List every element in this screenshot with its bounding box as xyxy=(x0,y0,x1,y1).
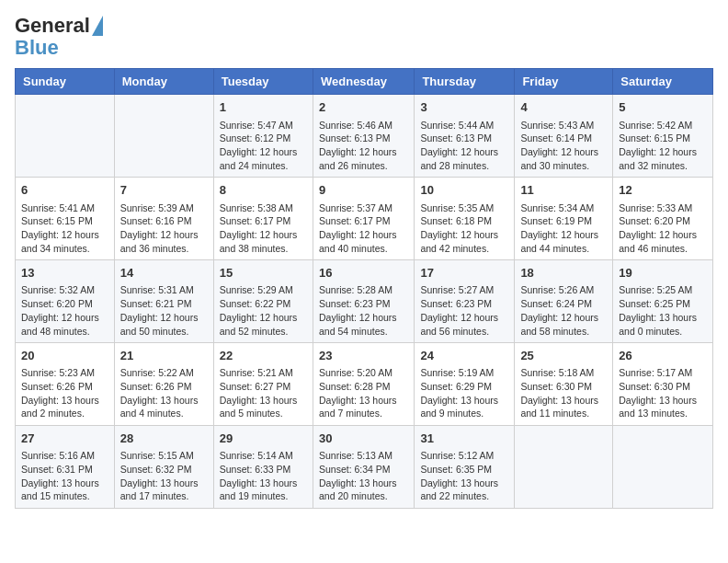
day-number: 7 xyxy=(120,182,208,199)
day-number: 10 xyxy=(420,182,508,199)
day-info: Sunrise: 5:29 AM Sunset: 6:22 PM Dayligh… xyxy=(220,283,307,338)
day-header-friday: Friday xyxy=(515,69,613,95)
day-info: Sunrise: 5:17 AM Sunset: 6:30 PM Dayligh… xyxy=(619,366,707,420)
day-info: Sunrise: 5:39 AM Sunset: 6:16 PM Dayligh… xyxy=(120,201,208,256)
calendar-cell: 24Sunrise: 5:19 AM Sunset: 6:29 PM Dayli… xyxy=(415,343,515,426)
day-number: 15 xyxy=(220,265,307,282)
day-number: 1 xyxy=(220,99,307,116)
day-info: Sunrise: 5:15 AM Sunset: 6:32 PM Dayligh… xyxy=(120,449,208,503)
day-info: Sunrise: 5:37 AM Sunset: 6:17 PM Dayligh… xyxy=(319,201,408,256)
day-number: 29 xyxy=(220,431,307,447)
day-info: Sunrise: 5:26 AM Sunset: 6:24 PM Dayligh… xyxy=(520,283,607,338)
day-info: Sunrise: 5:27 AM Sunset: 6:23 PM Dayligh… xyxy=(420,283,508,338)
logo-general: General xyxy=(15,15,90,37)
day-info: Sunrise: 5:34 AM Sunset: 6:19 PM Dayligh… xyxy=(520,201,607,256)
day-number: 23 xyxy=(319,348,408,364)
calendar-cell: 8Sunrise: 5:38 AM Sunset: 6:17 PM Daylig… xyxy=(213,178,313,260)
calendar-cell: 10Sunrise: 5:35 AM Sunset: 6:18 PM Dayli… xyxy=(415,178,515,260)
day-info: Sunrise: 5:21 AM Sunset: 6:27 PM Dayligh… xyxy=(220,366,307,420)
week-row-3: 13Sunrise: 5:32 AM Sunset: 6:20 PM Dayli… xyxy=(16,260,713,343)
day-number: 18 xyxy=(520,265,607,282)
day-number: 8 xyxy=(220,182,307,199)
day-number: 21 xyxy=(120,348,208,364)
day-header-thursday: Thursday xyxy=(415,69,515,95)
calendar-cell: 25Sunrise: 5:18 AM Sunset: 6:30 PM Dayli… xyxy=(515,343,613,426)
calendar-cell: 1Sunrise: 5:47 AM Sunset: 6:12 PM Daylig… xyxy=(213,95,313,178)
calendar-cell xyxy=(16,95,115,178)
day-info: Sunrise: 5:13 AM Sunset: 6:34 PM Dayligh… xyxy=(319,449,408,503)
page-header: General Blue xyxy=(15,15,713,59)
day-info: Sunrise: 5:25 AM Sunset: 6:25 PM Dayligh… xyxy=(619,283,707,338)
day-info: Sunrise: 5:20 AM Sunset: 6:28 PM Dayligh… xyxy=(319,366,408,420)
calendar-cell: 3Sunrise: 5:44 AM Sunset: 6:13 PM Daylig… xyxy=(415,95,515,178)
day-info: Sunrise: 5:35 AM Sunset: 6:18 PM Dayligh… xyxy=(420,201,508,256)
day-number: 11 xyxy=(520,182,607,199)
day-number: 22 xyxy=(220,348,307,364)
calendar-cell: 29Sunrise: 5:14 AM Sunset: 6:33 PM Dayli… xyxy=(213,426,313,509)
day-info: Sunrise: 5:38 AM Sunset: 6:17 PM Dayligh… xyxy=(220,201,307,256)
calendar-table: SundayMondayTuesdayWednesdayThursdayFrid… xyxy=(15,68,713,509)
day-number: 31 xyxy=(420,431,508,447)
day-number: 9 xyxy=(319,182,408,199)
day-info: Sunrise: 5:23 AM Sunset: 6:26 PM Dayligh… xyxy=(21,366,108,420)
day-info: Sunrise: 5:42 AM Sunset: 6:15 PM Dayligh… xyxy=(619,119,707,173)
day-number: 13 xyxy=(21,265,108,282)
day-info: Sunrise: 5:33 AM Sunset: 6:20 PM Dayligh… xyxy=(619,201,707,256)
day-info: Sunrise: 5:16 AM Sunset: 6:31 PM Dayligh… xyxy=(21,449,108,503)
calendar-cell: 17Sunrise: 5:27 AM Sunset: 6:23 PM Dayli… xyxy=(415,260,515,343)
calendar-cell: 22Sunrise: 5:21 AM Sunset: 6:27 PM Dayli… xyxy=(213,343,313,426)
day-number: 2 xyxy=(319,99,408,116)
day-number: 17 xyxy=(420,265,508,282)
day-info: Sunrise: 5:14 AM Sunset: 6:33 PM Dayligh… xyxy=(220,449,307,503)
day-number: 4 xyxy=(520,99,607,116)
calendar-cell: 6Sunrise: 5:41 AM Sunset: 6:15 PM Daylig… xyxy=(16,178,115,260)
day-number: 3 xyxy=(420,99,508,116)
logo-blue: Blue xyxy=(15,37,59,59)
day-number: 24 xyxy=(420,348,508,364)
week-row-1: 1Sunrise: 5:47 AM Sunset: 6:12 PM Daylig… xyxy=(16,95,713,178)
day-number: 26 xyxy=(619,348,707,364)
day-info: Sunrise: 5:46 AM Sunset: 6:13 PM Dayligh… xyxy=(319,119,408,173)
calendar-cell: 9Sunrise: 5:37 AM Sunset: 6:17 PM Daylig… xyxy=(313,178,414,260)
calendar-cell: 4Sunrise: 5:43 AM Sunset: 6:14 PM Daylig… xyxy=(515,95,613,178)
calendar-header: SundayMondayTuesdayWednesdayThursdayFrid… xyxy=(16,69,713,95)
day-header-wednesday: Wednesday xyxy=(313,69,414,95)
day-info: Sunrise: 5:32 AM Sunset: 6:20 PM Dayligh… xyxy=(21,283,108,338)
day-number: 30 xyxy=(319,431,408,447)
week-row-5: 27Sunrise: 5:16 AM Sunset: 6:31 PM Dayli… xyxy=(16,426,713,509)
calendar-cell: 31Sunrise: 5:12 AM Sunset: 6:35 PM Dayli… xyxy=(415,426,515,509)
calendar-body: 1Sunrise: 5:47 AM Sunset: 6:12 PM Daylig… xyxy=(16,95,713,509)
day-number: 5 xyxy=(619,99,707,116)
day-info: Sunrise: 5:19 AM Sunset: 6:29 PM Dayligh… xyxy=(420,366,508,420)
calendar-cell: 28Sunrise: 5:15 AM Sunset: 6:32 PM Dayli… xyxy=(114,426,213,509)
calendar-cell: 14Sunrise: 5:31 AM Sunset: 6:21 PM Dayli… xyxy=(114,260,213,343)
calendar-cell: 20Sunrise: 5:23 AM Sunset: 6:26 PM Dayli… xyxy=(16,343,115,426)
day-header-tuesday: Tuesday xyxy=(213,69,313,95)
week-row-2: 6Sunrise: 5:41 AM Sunset: 6:15 PM Daylig… xyxy=(16,178,713,260)
day-info: Sunrise: 5:28 AM Sunset: 6:23 PM Dayligh… xyxy=(319,283,408,338)
day-number: 25 xyxy=(520,348,607,364)
day-header-saturday: Saturday xyxy=(613,69,713,95)
day-header-monday: Monday xyxy=(114,69,213,95)
calendar-cell: 16Sunrise: 5:28 AM Sunset: 6:23 PM Dayli… xyxy=(313,260,414,343)
calendar-cell: 27Sunrise: 5:16 AM Sunset: 6:31 PM Dayli… xyxy=(16,426,115,509)
day-number: 14 xyxy=(120,265,208,282)
day-number: 27 xyxy=(21,431,108,447)
week-row-4: 20Sunrise: 5:23 AM Sunset: 6:26 PM Dayli… xyxy=(16,343,713,426)
calendar-cell: 5Sunrise: 5:42 AM Sunset: 6:15 PM Daylig… xyxy=(613,95,713,178)
day-number: 20 xyxy=(21,348,108,364)
calendar-cell: 15Sunrise: 5:29 AM Sunset: 6:22 PM Dayli… xyxy=(213,260,313,343)
day-info: Sunrise: 5:47 AM Sunset: 6:12 PM Dayligh… xyxy=(220,119,307,173)
calendar-cell: 26Sunrise: 5:17 AM Sunset: 6:30 PM Dayli… xyxy=(613,343,713,426)
calendar-cell: 21Sunrise: 5:22 AM Sunset: 6:26 PM Dayli… xyxy=(114,343,213,426)
calendar-cell: 12Sunrise: 5:33 AM Sunset: 6:20 PM Dayli… xyxy=(613,178,713,260)
day-info: Sunrise: 5:22 AM Sunset: 6:26 PM Dayligh… xyxy=(120,366,208,420)
calendar-cell: 30Sunrise: 5:13 AM Sunset: 6:34 PM Dayli… xyxy=(313,426,414,509)
day-number: 12 xyxy=(619,182,707,199)
calendar-cell xyxy=(613,426,713,509)
calendar-cell: 19Sunrise: 5:25 AM Sunset: 6:25 PM Dayli… xyxy=(613,260,713,343)
day-header-sunday: Sunday xyxy=(16,69,115,95)
logo-triangle-icon xyxy=(92,16,103,36)
day-info: Sunrise: 5:43 AM Sunset: 6:14 PM Dayligh… xyxy=(520,119,607,173)
calendar-cell: 23Sunrise: 5:20 AM Sunset: 6:28 PM Dayli… xyxy=(313,343,414,426)
